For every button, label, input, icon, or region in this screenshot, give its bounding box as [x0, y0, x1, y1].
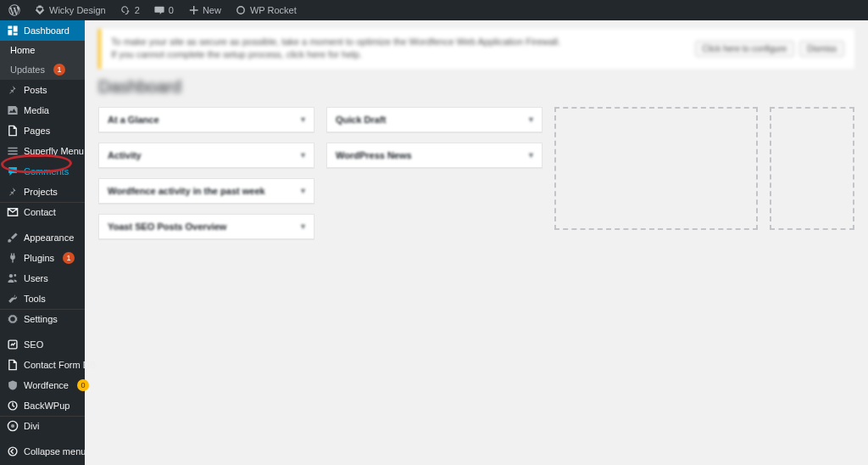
sidebar-item-label: Dashboard [24, 25, 70, 36]
sidebar-item-pages[interactable]: Pages [0, 120, 85, 141]
page-icon [7, 359, 19, 371]
sidebar-item-label: Comments [24, 166, 69, 176]
postbox: Yoast SEO Posts Overview▾ [98, 214, 314, 239]
shield-icon [7, 379, 19, 391]
sidebar-item-projects[interactable]: Projects [0, 182, 85, 202]
comments-link[interactable]: 0 [148, 0, 179, 20]
postbox: Activity▾ [98, 143, 314, 168]
new-content[interactable]: New [182, 0, 226, 20]
sidebar-item-users[interactable]: Users [0, 268, 85, 289]
comments-count: 0 [169, 5, 174, 15]
sidebar-item-label: Updates [10, 64, 45, 75]
chevron-down-icon[interactable]: ▾ [529, 150, 533, 160]
page-title: Dashboard [98, 77, 854, 97]
collapse-icon [7, 445, 19, 457]
site-name: Wicky Design [49, 5, 106, 15]
mail-icon [7, 206, 19, 218]
sidebar-item-label: Media [24, 105, 49, 115]
sidebar-item-label: Tools [24, 294, 46, 304]
sidebar-item-label: Divi [24, 421, 39, 431]
postbox: Quick Draft▾ [326, 107, 542, 132]
gear-icon [7, 313, 19, 325]
chevron-down-icon[interactable]: ▾ [301, 221, 305, 231]
menu-icon [7, 145, 19, 157]
new-label: New [203, 5, 221, 15]
sidebar-item-label: Home [10, 45, 35, 55]
postbox: At a Glance▾ [98, 107, 314, 132]
sidebar-item-label: Users [24, 273, 48, 283]
sidebar-item-backwpup[interactable]: BackWPup [0, 395, 85, 416]
postbox: Wordfence activity in the past week▾ [98, 178, 314, 204]
sidebar-item-contact[interactable]: Contact [0, 202, 85, 222]
pin-icon [7, 84, 19, 96]
divi-icon [7, 420, 19, 432]
main-content: To make your site as secure as possible,… [85, 20, 868, 465]
postbox-header[interactable]: At a Glance▾ [99, 108, 314, 132]
sidebar-item-label: Projects [24, 187, 58, 197]
sidebar-item-appearance[interactable]: Appearance [0, 227, 85, 248]
postbox: WordPress News▾ [326, 143, 542, 168]
dismiss-button[interactable]: Dismiss [799, 41, 844, 57]
comment-icon [7, 165, 19, 177]
sidebar-item-label: Settings [24, 314, 58, 324]
admin-sidebar: DashboardHomeUpdates1PostsMediaPagesSupe… [0, 20, 85, 465]
sidebar-item-plugins[interactable]: Plugins1 [0, 248, 85, 268]
wp-logo[interactable] [3, 0, 25, 20]
sidebar-item-media[interactable]: Media [0, 100, 85, 120]
sidebar-item-superfly[interactable]: Superfly Menu [0, 141, 85, 161]
backup-icon [7, 400, 19, 412]
chevron-down-icon[interactable]: ▾ [301, 150, 305, 160]
sidebar-item-dashboard[interactable]: Dashboard [0, 20, 85, 41]
sidebar-item-comments[interactable]: Comments [0, 161, 85, 182]
seo-icon [7, 339, 19, 350]
postbox-header[interactable]: WordPress News▾ [327, 143, 542, 167]
extra-item-0[interactable]: WP Rocket [230, 0, 302, 20]
postbox-title: Quick Draft [336, 115, 386, 125]
empty-dropzone[interactable] [554, 107, 758, 230]
postbox-title: At a Glance [108, 115, 159, 125]
sidebar-item-label: Appearance [24, 232, 74, 243]
dashboard-column-1: At a Glance▾Activity▾Wordfence activity … [98, 107, 314, 239]
svg-point-0 [237, 7, 244, 14]
chevron-down-icon[interactable]: ▾ [529, 115, 533, 124]
wordfence-notice: To make your site as secure as possible,… [98, 29, 854, 69]
notice-text: To make your site as secure as possible,… [111, 36, 560, 62]
site-link[interactable]: Wicky Design [29, 0, 111, 20]
sidebar-item-updates[interactable]: Updates1 [0, 59, 85, 80]
postbox-header[interactable]: Quick Draft▾ [327, 108, 542, 132]
postbox-header[interactable]: Yoast SEO Posts Overview▾ [99, 215, 314, 238]
sidebar-item-posts[interactable]: Posts [0, 80, 85, 100]
sidebar-item-wordfence[interactable]: Wordfence0 [0, 375, 85, 395]
postbox-header[interactable]: Activity▾ [99, 143, 314, 167]
sidebar-item-home[interactable]: Home [0, 41, 85, 59]
configure-button[interactable]: Click here to configure [695, 41, 795, 57]
postbox-title: Wordfence activity in the past week [108, 186, 265, 196]
dashboard-icon [7, 25, 19, 36]
sidebar-item-label: Collapse menu [24, 446, 86, 457]
postbox-header[interactable]: Wordfence activity in the past week▾ [99, 179, 314, 203]
updates-count: 2 [135, 5, 140, 15]
sidebar-item-settings[interactable]: Settings [0, 309, 85, 329]
sidebar-item-seo[interactable]: SEO [0, 334, 85, 355]
sidebar-item-tools[interactable]: Tools [0, 289, 85, 309]
plug-icon [7, 252, 19, 264]
wrench-icon [7, 293, 19, 305]
media-icon [7, 104, 19, 116]
page-icon [7, 125, 19, 137]
sidebar-item-label: Plugins [24, 253, 54, 263]
updates-link[interactable]: 2 [114, 0, 145, 20]
sidebar-item-label: Pages [24, 126, 50, 136]
chevron-down-icon[interactable]: ▾ [301, 186, 305, 195]
sidebar-item-cfdb[interactable]: Contact Form DB [0, 355, 85, 375]
sidebar-item-collapse[interactable]: Collapse menu [0, 441, 85, 462]
pin-icon [7, 186, 19, 198]
empty-dropzone[interactable] [770, 107, 854, 230]
sidebar-item-divi[interactable]: Divi [0, 416, 85, 436]
postbox-title: WordPress News [336, 150, 412, 160]
postbox-title: Yoast SEO Posts Overview [108, 221, 226, 232]
dashboard-placeholder-area [554, 107, 854, 239]
brush-icon [7, 232, 19, 244]
admin-bar: Wicky Design 2 0 New WP Rocket [0, 0, 868, 20]
sidebar-item-label: BackWPup [24, 401, 70, 411]
chevron-down-icon[interactable]: ▾ [301, 115, 305, 124]
